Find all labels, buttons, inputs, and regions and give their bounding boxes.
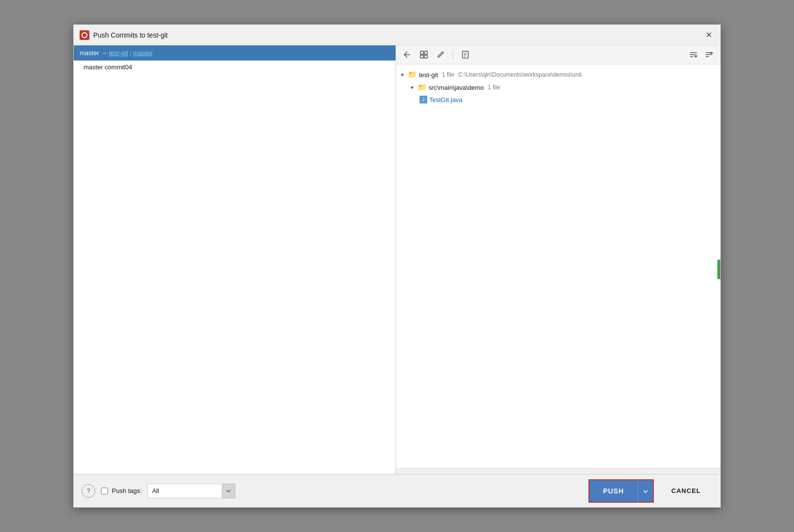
tree-root-arrow: ▼ xyxy=(400,72,406,78)
tags-select[interactable]: All xyxy=(147,484,235,498)
selected-branch-row[interactable]: master → test-git : master xyxy=(74,45,396,61)
remote-branch[interactable]: master xyxy=(133,49,153,57)
toolbar-right xyxy=(687,48,715,61)
tree-root-label: test-git xyxy=(419,71,438,79)
toolbar-file-btn[interactable] xyxy=(459,48,472,61)
main-content: master → test-git : master master commit… xyxy=(74,45,720,474)
cancel-button[interactable]: CANCEL xyxy=(660,480,712,502)
push-button-group: PUSH xyxy=(588,479,654,503)
tree-folder-arrow: ▼ xyxy=(410,85,416,90)
right-toolbar xyxy=(396,45,720,64)
tree-folder-label: src\main\java\demo xyxy=(429,84,484,91)
tree-container: ▼ 📁 test-git 1 file C:\Users\qin\Documen… xyxy=(396,64,720,468)
push-tags-text: Push tags: xyxy=(112,487,142,494)
svg-rect-6 xyxy=(424,55,427,58)
tree-file-node[interactable]: J TestGit.java xyxy=(396,94,720,105)
separator: : xyxy=(130,49,133,57)
svg-rect-4 xyxy=(424,51,427,54)
toolbar-grid-btn[interactable] xyxy=(418,48,430,61)
svg-rect-5 xyxy=(420,55,423,58)
toolbar-expand-all-btn[interactable] xyxy=(703,48,715,61)
tree-folder-icon: 📁 xyxy=(418,83,427,92)
close-button[interactable]: ✕ xyxy=(703,29,714,41)
tree-root-folder-icon: 📁 xyxy=(408,70,417,79)
toolbar-edit-btn[interactable] xyxy=(434,48,447,61)
push-button[interactable]: PUSH xyxy=(589,480,638,502)
svg-rect-3 xyxy=(420,51,423,54)
bottom-bar: ? Push tags: All PUSH CANCEL xyxy=(74,474,720,507)
push-commits-dialog: Push Commits to test-git ✕ master → test… xyxy=(73,24,721,508)
horizontal-scrollbar[interactable] xyxy=(396,468,720,474)
dialog-icon xyxy=(80,30,89,40)
title-bar: Push Commits to test-git ✕ xyxy=(74,25,720,45)
remote-name[interactable]: test-git xyxy=(109,49,128,57)
right-panel: ▼ 📁 test-git 1 file C:\Users\qin\Documen… xyxy=(396,45,720,474)
action-buttons: PUSH CANCEL xyxy=(588,479,712,503)
java-file-icon: J xyxy=(419,96,427,103)
local-branch: master xyxy=(80,49,99,57)
right-edge-indicator xyxy=(717,260,720,279)
toolbar-separator xyxy=(453,50,453,60)
tags-select-wrapper: All xyxy=(147,484,235,498)
push-tags-checkbox[interactable] xyxy=(101,488,108,494)
tree-root-path: C:\Users\qin\Documents\workspace\demos\u… xyxy=(458,71,582,78)
tree-root-node[interactable]: ▼ 📁 test-git 1 file C:\Users\qin\Documen… xyxy=(396,68,720,81)
commit-row[interactable]: master commit04 xyxy=(74,61,396,74)
tree-folder-node[interactable]: ▼ 📁 src\main\java\demo 1 file xyxy=(396,81,720,94)
arrow: → xyxy=(101,49,107,57)
push-tags-label: Push tags: xyxy=(101,487,142,494)
toolbar-expand-btn[interactable] xyxy=(401,48,414,61)
tree-folder-count: 1 file xyxy=(488,84,500,91)
left-content-area xyxy=(74,74,396,474)
push-dropdown-button[interactable] xyxy=(638,480,653,502)
left-panel: master → test-git : master master commit… xyxy=(74,45,396,474)
help-button[interactable]: ? xyxy=(82,484,95,498)
tree-root-count: 1 file xyxy=(442,71,454,78)
svg-point-2 xyxy=(83,33,86,37)
toolbar-collapse-all-btn[interactable] xyxy=(687,48,700,61)
tree-file-name: TestGit.java xyxy=(429,96,462,103)
dialog-title: Push Commits to test-git xyxy=(93,31,168,39)
